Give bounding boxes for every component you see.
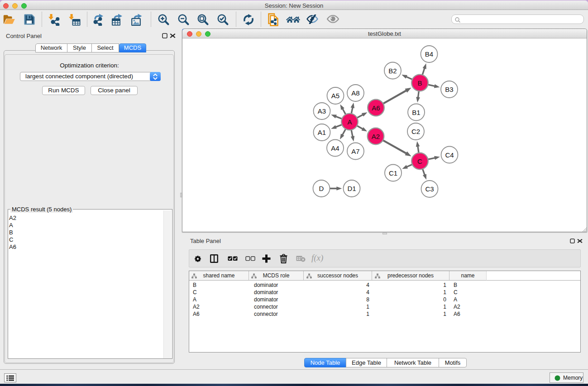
svg-text:A: A <box>347 118 352 126</box>
svg-text:A6: A6 <box>372 104 380 112</box>
svg-text:B4: B4 <box>425 50 433 58</box>
svg-text:A2: A2 <box>371 133 379 140</box>
svg-text:B3: B3 <box>445 86 453 93</box>
svg-text:A3: A3 <box>317 107 325 115</box>
svg-text:B2: B2 <box>388 67 397 75</box>
svg-text:A8: A8 <box>351 89 359 97</box>
svg-text:C4: C4 <box>445 151 454 159</box>
svg-text:C3: C3 <box>425 185 434 193</box>
svg-text:B: B <box>417 79 422 87</box>
svg-text:D1: D1 <box>347 185 356 192</box>
svg-text:B1: B1 <box>412 109 420 116</box>
svg-text:A5: A5 <box>331 92 339 100</box>
svg-text:C: C <box>417 157 422 165</box>
svg-text:A1: A1 <box>317 129 325 136</box>
svg-text:A7: A7 <box>351 148 359 155</box>
svg-text:D: D <box>319 185 324 192</box>
svg-text:C1: C1 <box>388 169 397 177</box>
svg-text:A4: A4 <box>331 144 339 152</box>
svg-text:C2: C2 <box>411 128 420 135</box>
